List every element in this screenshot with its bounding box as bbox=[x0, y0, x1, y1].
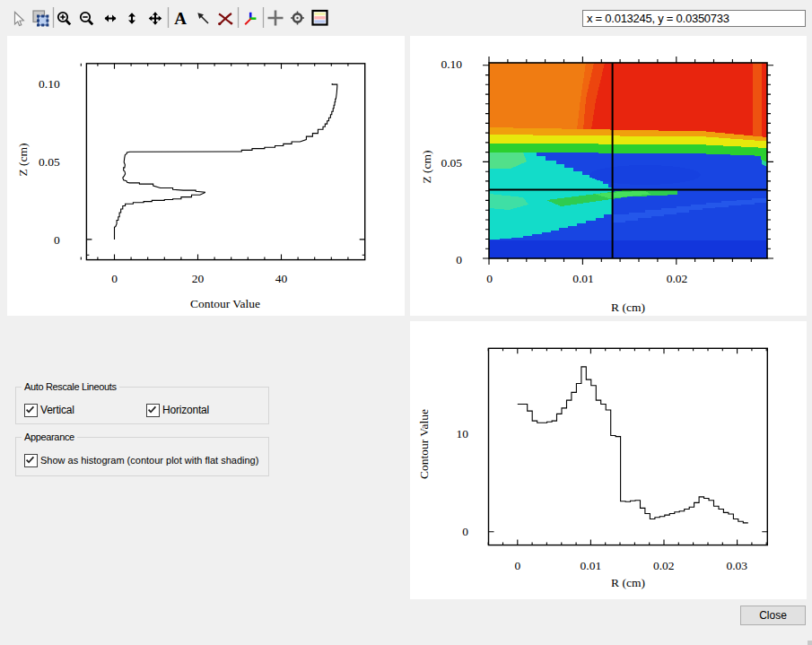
svg-text:0: 0 bbox=[111, 272, 118, 285]
svg-text:0: 0 bbox=[462, 525, 468, 538]
svg-text:0.03: 0.03 bbox=[726, 559, 747, 572]
svg-text:0.10: 0.10 bbox=[441, 57, 462, 71]
svg-text:Contour Value: Contour Value bbox=[190, 297, 260, 310]
svg-text:10: 10 bbox=[457, 427, 469, 440]
svg-text:0: 0 bbox=[54, 233, 60, 247]
svg-text:0: 0 bbox=[486, 272, 493, 285]
svg-text:20: 20 bbox=[192, 272, 205, 285]
svg-text:Contour Value: Contour Value bbox=[417, 409, 431, 479]
svg-text:0.02: 0.02 bbox=[667, 272, 688, 285]
svg-text:0.10: 0.10 bbox=[39, 77, 60, 91]
svg-text:0: 0 bbox=[456, 253, 462, 266]
svg-text:0.05: 0.05 bbox=[39, 155, 60, 169]
svg-text:0.01: 0.01 bbox=[572, 272, 594, 285]
svg-text:0.05: 0.05 bbox=[441, 156, 462, 170]
svg-text:R (cm): R (cm) bbox=[611, 576, 645, 589]
svg-text:0: 0 bbox=[514, 559, 520, 572]
svg-text:0.01: 0.01 bbox=[581, 559, 602, 572]
svg-text:Z (cm): Z (cm) bbox=[16, 143, 30, 176]
svg-text:A: A bbox=[174, 9, 187, 28]
svg-text:Z (cm): Z (cm) bbox=[420, 150, 433, 183]
svg-text:R (cm): R (cm) bbox=[611, 301, 645, 314]
svg-text:40: 40 bbox=[275, 272, 288, 285]
svg-text:0.02: 0.02 bbox=[653, 559, 675, 572]
